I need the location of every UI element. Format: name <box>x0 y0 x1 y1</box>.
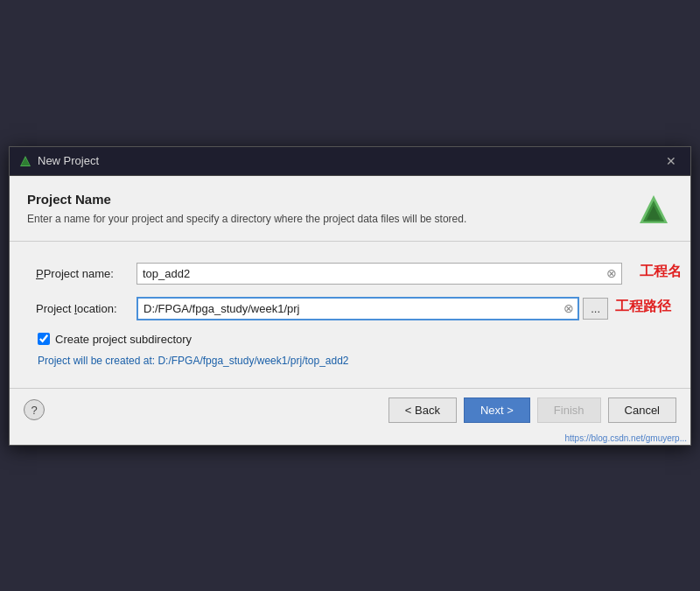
footer-right: < Back Next > Finish Cancel <box>388 398 676 423</box>
project-location-input-wrapper: ⊗ <box>136 297 579 320</box>
title-bar: New Project ✕ <box>10 147 690 176</box>
project-location-row: Project location: ⊗ ... 工程路径 <box>36 297 664 320</box>
section-description: Enter a name for your project and specif… <box>27 212 466 227</box>
dialog-body: Project Name Enter a name for your proje… <box>10 176 690 445</box>
subdirectory-checkbox-row: Create project subdirectory <box>38 333 664 346</box>
close-button[interactable]: ✕ <box>661 152 682 170</box>
svg-marker-1 <box>21 158 30 165</box>
section-title: Project Name <box>27 192 466 207</box>
footer-left: ? <box>24 399 45 420</box>
form-section: PProject name: ⊗ 工程名 Project location: ⊗… <box>10 242 690 388</box>
project-location-label: Project location: <box>36 302 136 315</box>
header-section: Project Name Enter a name for your proje… <box>10 176 690 242</box>
project-location-input[interactable] <box>136 297 579 320</box>
dialog-title: New Project <box>38 154 99 167</box>
project-name-input-wrapper: ⊗ <box>136 263 622 285</box>
project-name-label: PProject name: <box>36 267 136 280</box>
subdirectory-label[interactable]: Create project subdirectory <box>55 333 192 346</box>
app-icon <box>18 154 32 168</box>
header-text: Project Name Enter a name for your proje… <box>27 192 466 227</box>
annotation-project-name: 工程名 <box>640 263 682 281</box>
watermark: https://blog.csdn.net/gmuyerp... <box>10 432 690 445</box>
project-name-clear-button[interactable]: ⊗ <box>606 266 617 280</box>
project-location-clear-button[interactable]: ⊗ <box>564 301 574 315</box>
finish-button: Finish <box>537 398 601 423</box>
title-bar-left: New Project <box>18 154 99 168</box>
cancel-button[interactable]: Cancel <box>608 398 676 423</box>
project-path-info: Project will be created at: D:/FPGA/fpga… <box>38 355 664 367</box>
next-button[interactable]: Next > <box>464 398 530 423</box>
subdirectory-checkbox[interactable] <box>38 333 50 345</box>
footer: ? < Back Next > Finish Cancel <box>10 388 690 432</box>
browse-button[interactable]: ... <box>583 298 608 320</box>
help-button[interactable]: ? <box>24 399 45 420</box>
back-button[interactable]: < Back <box>388 398 457 423</box>
project-name-input[interactable] <box>136 263 622 285</box>
new-project-dialog: New Project ✕ Project Name Enter a name … <box>9 146 691 446</box>
vivado-logo <box>634 192 673 230</box>
annotation-project-location: 工程路径 <box>615 298 671 316</box>
project-name-row: PProject name: ⊗ 工程名 <box>36 263 664 285</box>
